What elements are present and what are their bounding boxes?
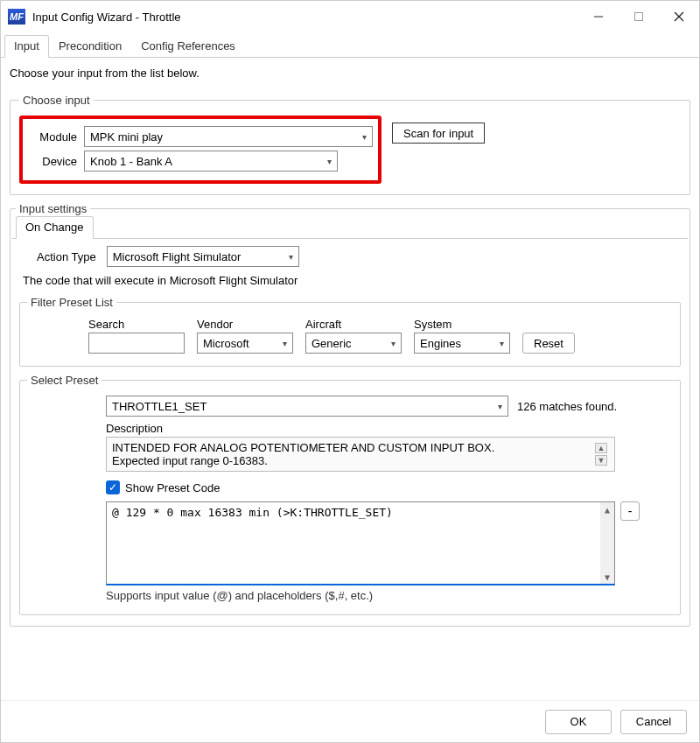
search-input[interactable] — [88, 333, 185, 354]
system-label: System — [414, 318, 510, 331]
description-line2: Expected input range 0-16383. — [112, 454, 592, 467]
code-scrollbar[interactable]: ▲ ▼ — [600, 502, 614, 584]
action-type-value: Microsoft Flight Simulator — [113, 250, 242, 263]
window-buttons — [578, 3, 699, 31]
aircraft-select[interactable]: Generic ▾ — [305, 333, 402, 354]
select-preset-group: Select Preset THROTTLE1_SET ▾ 126 matche… — [19, 374, 681, 615]
ok-button[interactable]: OK — [545, 710, 612, 734]
search-label: Search — [88, 318, 185, 331]
description-line1: INTENDED FOR ANALOG POTENTIOMETER AND CU… — [112, 441, 592, 454]
description-scroll[interactable]: ▲ ▼ — [595, 441, 609, 467]
preset-code-textarea[interactable]: @ 129 * 0 max 16383 min (>K:THROTTLE_SET… — [106, 501, 615, 585]
minimize-button[interactable] — [578, 3, 619, 31]
vendor-select[interactable]: Microsoft ▾ — [197, 333, 293, 354]
scan-for-input-button[interactable]: Scan for input — [392, 123, 485, 144]
instruction-text: Choose your input from the list below. — [10, 67, 690, 80]
code-hint-text: Supports input value (@) and placeholder… — [106, 589, 673, 602]
chevron-down-icon: ▾ — [498, 402, 502, 411]
device-select[interactable]: Knob 1 - Bank A ▾ — [84, 151, 338, 172]
window-title: Input Config Wizard - Throttle — [32, 11, 578, 24]
system-value: Engines — [420, 337, 461, 350]
scroll-up-icon[interactable]: ▲ — [600, 502, 614, 516]
choose-input-group: Choose input Module MPK mini play ▾ Devi… — [10, 94, 690, 195]
preset-value: THROTTLE1_SET — [112, 400, 206, 413]
chevron-down-icon: ▾ — [362, 132, 367, 142]
filter-preset-group: Filter Preset List Search Vendor Microso… — [19, 296, 681, 367]
highlighted-module-device: Module MPK mini play ▾ Device Knob 1 - B… — [19, 116, 382, 184]
choose-input-legend: Choose input — [19, 94, 94, 107]
device-label: Device — [28, 155, 84, 168]
chevron-down-icon: ▾ — [289, 252, 293, 262]
vendor-value: Microsoft — [203, 337, 249, 350]
vendor-label: Vendor — [197, 318, 293, 331]
aircraft-label: Aircraft — [305, 318, 402, 331]
show-preset-code-label: Show Preset Code — [125, 481, 220, 494]
module-value: MPK mini play — [90, 130, 163, 144]
description-box: INTENDED FOR ANALOG POTENTIOMETER AND CU… — [106, 437, 615, 472]
maximize-button[interactable] — [619, 3, 659, 31]
remove-code-button[interactable]: - — [620, 501, 640, 521]
show-preset-code-checkbox[interactable]: ✓ — [106, 480, 120, 494]
mf-app-icon: MF — [8, 9, 25, 25]
device-value: Knob 1 - Bank A — [90, 155, 172, 168]
minimize-icon — [593, 11, 604, 22]
svg-rect-1 — [635, 13, 643, 21]
chevron-down-icon: ▾ — [283, 339, 287, 348]
module-select[interactable]: MPK mini play ▾ — [84, 126, 373, 147]
select-preset-legend: Select Preset — [27, 374, 102, 387]
filter-preset-legend: Filter Preset List — [27, 296, 116, 309]
close-icon — [674, 11, 684, 22]
tab-input[interactable]: Input — [4, 35, 49, 58]
content-area: Choose your input from the list below. C… — [1, 58, 699, 700]
tab-on-change[interactable]: On Change — [16, 216, 94, 239]
dialog-footer: OK Cancel — [1, 700, 699, 742]
action-type-label: Action Type — [37, 250, 96, 263]
maximize-icon — [634, 11, 644, 22]
chevron-down-icon: ▾ — [391, 339, 396, 348]
action-type-select[interactable]: Microsoft Flight Simulator ▾ — [107, 246, 299, 267]
description-label: Description — [106, 422, 673, 435]
matches-found-text: 126 matches found. — [517, 400, 617, 413]
preset-code-text: @ 129 * 0 max 16383 min (>K:THROTTLE_SET… — [107, 502, 600, 584]
preset-select[interactable]: THROTTLE1_SET ▾ — [106, 396, 508, 417]
input-settings-legend: Input settings — [16, 202, 90, 215]
system-select[interactable]: Engines ▾ — [414, 333, 510, 354]
code-exec-text: The code that will execute in Microsoft … — [23, 274, 684, 287]
chevron-down-icon: ▾ — [327, 157, 332, 166]
tab-precondition[interactable]: Precondition — [49, 35, 131, 58]
tab-config-references[interactable]: Config References — [131, 35, 245, 58]
close-button[interactable] — [659, 3, 699, 31]
main-tabs: Input Precondition Config References — [1, 34, 699, 58]
titlebar: MF Input Config Wizard - Throttle — [1, 1, 699, 32]
module-label: Module — [28, 130, 84, 144]
scroll-up-icon[interactable]: ▲ — [595, 443, 607, 453]
input-settings-tabs: On Change — [12, 215, 688, 239]
scroll-down-icon[interactable]: ▼ — [600, 570, 614, 584]
cancel-button[interactable]: Cancel — [620, 710, 687, 734]
aircraft-value: Generic — [312, 337, 352, 350]
window-root: MF Input Config Wizard - Throttle Input … — [0, 0, 700, 743]
chevron-down-icon: ▾ — [500, 339, 504, 348]
scroll-down-icon[interactable]: ▼ — [595, 455, 607, 466]
reset-button[interactable]: Reset — [522, 333, 575, 354]
input-settings-group: Input settings On Change Action Type Mic… — [10, 202, 690, 627]
